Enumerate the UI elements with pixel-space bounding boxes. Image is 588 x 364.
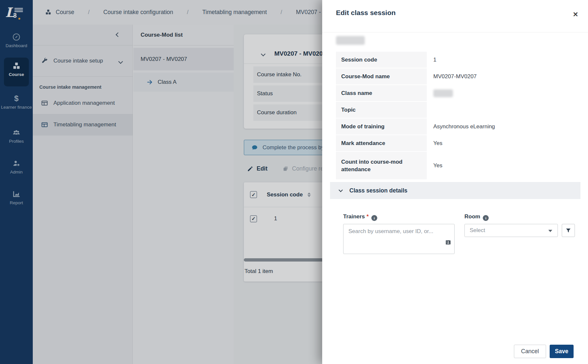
detail-value xyxy=(427,85,565,101)
detail-label: Mode of training xyxy=(336,118,427,135)
detail-row-topic: Topic xyxy=(336,102,565,118)
edit-class-session-drawer: Edit class session ✕ Session code 1 Cour… xyxy=(322,0,588,364)
section-title: Class session details xyxy=(349,187,407,194)
detail-row-mode-of-training: Mode of training Asynchronous eLearning xyxy=(336,118,565,135)
info-icon[interactable]: i xyxy=(483,215,489,221)
detail-label: Count into course-mod attendance xyxy=(336,152,427,179)
detail-label: Course-Mod name xyxy=(336,68,427,84)
required-marker: * xyxy=(366,213,369,220)
detail-row-count-attendance: Count into course-mod attendance Yes xyxy=(336,152,565,179)
session-details-table: Session code 1 Course-Mod name MV0207-MV… xyxy=(336,52,565,180)
room-label: Roomi xyxy=(464,213,489,221)
detail-row-course-mod-name: Course-Mod name MV0207-MV0207 xyxy=(336,68,565,84)
detail-row-session-code: Session code 1 xyxy=(336,52,565,68)
detail-value: Asynchronous eLearning xyxy=(427,118,565,135)
room-filter-button[interactable] xyxy=(562,224,575,237)
detail-value xyxy=(427,102,565,118)
trainers-search-field xyxy=(343,224,455,254)
room-label-text: Room xyxy=(464,213,480,220)
chevron-down-icon xyxy=(548,230,552,232)
detail-value: Yes xyxy=(427,152,565,179)
trainers-search-input[interactable] xyxy=(343,224,454,254)
screen: L 3 Dashboard Course $ Learner finance xyxy=(0,0,588,364)
room-select-value: Select xyxy=(470,227,485,234)
cancel-button[interactable]: Cancel xyxy=(514,345,546,358)
trainers-label-text: Trainers xyxy=(343,213,365,220)
detail-value: MV0207-MV0207 xyxy=(427,68,565,84)
detail-row-mark-attendance: Mark attendance Yes xyxy=(336,135,565,151)
save-button[interactable]: Save xyxy=(550,345,574,358)
funnel-icon xyxy=(565,227,572,234)
detail-label: Topic xyxy=(336,102,427,118)
room-select[interactable]: Select xyxy=(464,224,558,237)
close-icon[interactable]: ✕ xyxy=(570,9,581,20)
redacted-session-label xyxy=(336,36,365,45)
redacted-class-name xyxy=(433,89,453,97)
detail-value: 1 xyxy=(427,52,565,68)
address-book-icon[interactable] xyxy=(445,239,451,246)
modal-backdrop[interactable] xyxy=(0,0,322,364)
detail-label: Mark attendance xyxy=(336,135,427,151)
detail-label: Class name xyxy=(336,85,427,101)
info-icon[interactable]: i xyxy=(371,215,377,221)
drawer-footer: Cancel Save xyxy=(322,339,588,364)
detail-value: Yes xyxy=(427,135,565,151)
trainers-label: Trainers*i xyxy=(343,213,377,221)
detail-row-class-name: Class name xyxy=(336,85,565,101)
chevron-down-icon xyxy=(339,188,343,192)
detail-label: Session code xyxy=(336,52,427,68)
divider xyxy=(322,32,588,32)
class-session-details-section-header[interactable]: Class session details xyxy=(330,182,580,199)
drawer-title: Edit class session xyxy=(336,9,396,17)
